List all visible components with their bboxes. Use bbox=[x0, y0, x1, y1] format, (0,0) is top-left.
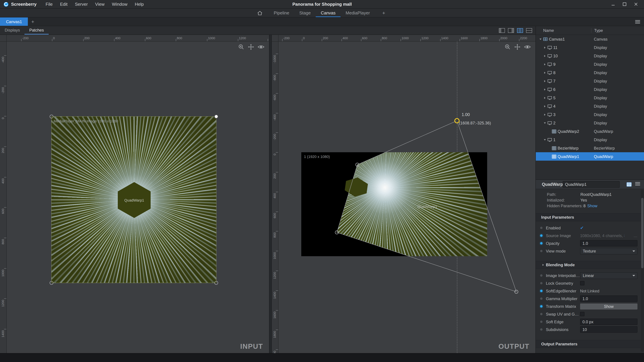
corner-handle-bottom-right[interactable] bbox=[214, 281, 218, 285]
soft-edge-input[interactable] bbox=[580, 319, 638, 325]
tree-row[interactable]: 11 Display bbox=[536, 43, 644, 52]
tree-row[interactable]: 3 Display bbox=[536, 110, 644, 119]
close-button[interactable] bbox=[630, 0, 642, 8]
pan-icon[interactable] bbox=[248, 43, 254, 50]
properties-scrollbar[interactable] bbox=[641, 190, 644, 352]
home-icon[interactable] bbox=[257, 10, 263, 15]
layout-two-rows-icon[interactable] bbox=[526, 28, 532, 33]
nav-tab[interactable]: Canvas bbox=[316, 9, 340, 17]
enabled-checkbox[interactable]: ✔ bbox=[580, 226, 584, 230]
expand-arrow-icon[interactable] bbox=[543, 104, 547, 108]
viewport-splitter[interactable] bbox=[269, 35, 272, 353]
output-canvas[interactable]: 1 (1920 x 1080) QuadWarp1 1.00 (1608.87:… bbox=[272, 35, 536, 353]
view-tab[interactable]: Displays bbox=[0, 26, 25, 34]
expand-arrow-icon[interactable] bbox=[543, 138, 547, 142]
menu-item[interactable]: File bbox=[42, 0, 56, 8]
tree-row[interactable]: QuadWarp2 QuadWarp bbox=[536, 127, 644, 135]
more-icon[interactable]: … bbox=[634, 233, 638, 238]
menu-item[interactable]: View bbox=[92, 0, 108, 8]
scrollbar-thumb[interactable] bbox=[641, 198, 644, 268]
expand-arrow-icon[interactable] bbox=[543, 54, 547, 58]
transform-matrix-show-button[interactable]: Show bbox=[580, 303, 638, 309]
section-input-parameters[interactable]: Input Parameters bbox=[536, 213, 644, 221]
layout-left-panel-icon[interactable] bbox=[499, 28, 505, 33]
opacity-input[interactable] bbox=[580, 240, 638, 247]
tree-row[interactable]: 5 Display bbox=[536, 93, 644, 102]
visibility-icon[interactable] bbox=[257, 43, 265, 50]
corner-handle-top-left[interactable] bbox=[50, 115, 53, 118]
tree-row[interactable]: QuadWarp1 QuadWarp bbox=[536, 152, 644, 161]
corner-handle-top-right-selected[interactable] bbox=[214, 114, 218, 119]
input-canvas[interactable]: MediaPlayer_MAIN Image 1080 x 1080 QuadW… bbox=[0, 35, 269, 353]
expand-arrow-icon[interactable] bbox=[543, 62, 547, 66]
image-interpolation-select[interactable]: Linear bbox=[580, 272, 638, 279]
minimize-button[interactable] bbox=[607, 0, 619, 8]
output-viewport: 1 (1920 x 1080) QuadWarp1 1.00 (1608.87:… bbox=[272, 35, 536, 353]
node-name-input[interactable] bbox=[563, 181, 620, 188]
param-row-view-mode: View mode Texture bbox=[536, 247, 644, 255]
tree-row[interactable]: BezierWarp BezierWarp bbox=[536, 144, 644, 152]
subdivisions-input[interactable] bbox=[580, 326, 638, 333]
tree-row[interactable]: 9 Display bbox=[536, 60, 644, 68]
lock-geometry-checkbox[interactable] bbox=[580, 281, 584, 285]
expand-arrow-icon[interactable] bbox=[547, 146, 551, 150]
view-mode-select[interactable]: Texture bbox=[580, 248, 638, 254]
gamma-multiplier-input[interactable] bbox=[580, 296, 638, 302]
tree-row[interactable]: 6 Display bbox=[536, 85, 644, 93]
expand-arrow-icon[interactable] bbox=[543, 71, 547, 75]
tree-row[interactable]: 8 Display bbox=[536, 68, 644, 77]
tree-row[interactable]: 7 Display bbox=[536, 77, 644, 85]
layout-right-panel-icon[interactable] bbox=[508, 28, 514, 33]
tree-row[interactable]: Canvas1 Canvas bbox=[536, 35, 644, 43]
ruler-tick bbox=[83, 39, 84, 41]
tree-row[interactable]: 10 Display bbox=[536, 52, 644, 60]
manual-icon[interactable] bbox=[626, 182, 632, 187]
tree-row[interactable]: 4 Display bbox=[536, 102, 644, 110]
menu-item[interactable]: Server bbox=[71, 0, 92, 8]
expand-arrow-icon[interactable] bbox=[543, 96, 547, 100]
expand-arrow-icon[interactable] bbox=[543, 121, 547, 125]
tree-row[interactable]: 2 Display bbox=[536, 119, 644, 127]
source-image[interactable]: MediaPlayer_MAIN Image 1080 x 1080 QuadW… bbox=[51, 116, 216, 283]
output-initialized-check: ✔ bbox=[580, 353, 584, 353]
column-header-name[interactable]: Name bbox=[543, 28, 554, 33]
menu-item[interactable]: Edit bbox=[56, 0, 71, 8]
input-ruler-top: -2000200400600800100012001400 bbox=[0, 35, 269, 41]
visibility-icon[interactable] bbox=[524, 43, 531, 50]
menu-item[interactable]: Help bbox=[131, 0, 148, 8]
zoom-icon[interactable] bbox=[238, 43, 244, 50]
expand-arrow-icon[interactable] bbox=[547, 154, 551, 158]
ruler-label: 1400 bbox=[1, 330, 5, 337]
expand-arrow-icon[interactable] bbox=[541, 263, 545, 267]
section-output-parameters[interactable]: Output Parameters bbox=[536, 340, 644, 348]
show-hidden-params-link[interactable]: Show bbox=[587, 203, 597, 209]
initialized-value: Yes bbox=[580, 198, 587, 203]
corner-handle-bottom-left[interactable] bbox=[50, 281, 53, 285]
expand-arrow-icon[interactable] bbox=[538, 37, 542, 41]
pan-icon[interactable] bbox=[514, 43, 521, 50]
expand-arrow-icon[interactable] bbox=[543, 45, 547, 49]
nav-tab[interactable]: MediaPlayer bbox=[340, 9, 375, 17]
expand-arrow-icon[interactable] bbox=[543, 112, 547, 116]
zoom-icon[interactable] bbox=[504, 43, 511, 50]
nav-tab[interactable]: Stage bbox=[294, 9, 316, 17]
tree-row[interactable]: 1 Display bbox=[536, 135, 644, 144]
menu-item[interactable]: Window bbox=[108, 0, 131, 8]
column-header-type[interactable]: Type bbox=[591, 28, 603, 33]
add-view-button[interactable]: + bbox=[380, 10, 387, 16]
expand-arrow-icon[interactable] bbox=[543, 79, 547, 83]
swap-uv-checkbox[interactable] bbox=[580, 312, 584, 316]
maximize-button[interactable] bbox=[619, 0, 630, 8]
nav-tab[interactable]: Pipeline bbox=[269, 9, 294, 17]
view-tab[interactable]: Patches bbox=[25, 26, 49, 34]
panel-menu-icon[interactable] bbox=[635, 181, 640, 187]
layout-two-columns-icon[interactable] bbox=[517, 28, 523, 33]
workspace-tab[interactable]: Canvas1 bbox=[0, 17, 28, 26]
tab-menu-icon[interactable] bbox=[635, 19, 640, 24]
quad-handle-top-right-selected[interactable] bbox=[455, 118, 459, 123]
add-canvas-tab-button[interactable]: + bbox=[28, 19, 38, 24]
expand-arrow-icon[interactable] bbox=[547, 129, 551, 133]
output-ruler-left: -1000-800-600-400-2000200400600800100012… bbox=[272, 35, 278, 353]
expand-arrow-icon[interactable] bbox=[543, 87, 547, 91]
section-blending-mode[interactable]: Blending Mode bbox=[536, 261, 644, 269]
